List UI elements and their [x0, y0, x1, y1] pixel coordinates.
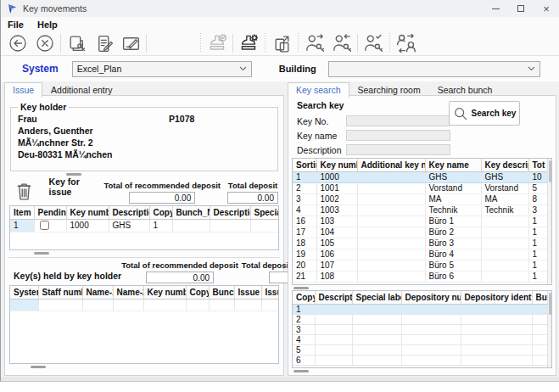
table-cell[interactable]: 10: [528, 171, 547, 182]
tab-key-search[interactable]: Key search: [288, 82, 349, 98]
table-cell[interactable]: [532, 314, 549, 324]
table-cell[interactable]: 20: [293, 260, 316, 271]
menu-file[interactable]: File: [8, 20, 24, 30]
table-cell[interactable]: 105: [316, 238, 357, 249]
table-cell[interactable]: 21: [293, 271, 316, 282]
table-cell[interactable]: [357, 193, 425, 204]
column-header[interactable]: Copy: [149, 206, 172, 219]
menu-help[interactable]: Help: [37, 20, 58, 30]
table-cell[interactable]: [10, 299, 38, 311]
column-header[interactable]: Bunch: [209, 286, 234, 299]
table-cell[interactable]: 5: [293, 344, 315, 355]
back-button[interactable]: [4, 32, 31, 55]
minimize-button[interactable]: [483, 0, 508, 17]
table-cell[interactable]: 1000: [316, 171, 357, 182]
column-header[interactable]: Description: [109, 206, 149, 219]
table-cell[interactable]: 19: [293, 249, 316, 260]
table-cell[interactable]: 106: [316, 249, 357, 260]
table-cell[interactable]: [352, 355, 401, 365]
column-header[interactable]: Name-1: [82, 286, 113, 299]
table-cell[interactable]: [532, 355, 549, 365]
table-cell[interactable]: 2: [293, 314, 315, 324]
column-header[interactable]: System: [10, 286, 38, 299]
table-cell[interactable]: 8: [528, 193, 547, 204]
table-cell[interactable]: [143, 299, 186, 311]
table-cell[interactable]: 4: [293, 334, 315, 344]
delete-key-button[interactable]: [14, 180, 36, 202]
table-row[interactable]: 17104Büro 21: [293, 227, 547, 238]
person-return-key-button[interactable]: [328, 32, 355, 55]
table-cell[interactable]: 1002: [316, 193, 357, 204]
table-row[interactable]: 16103Büro 11: [293, 216, 547, 227]
table-cell[interactable]: Büro 6: [425, 271, 481, 282]
table-cell[interactable]: GHS: [481, 171, 528, 182]
table-cell[interactable]: 108: [316, 271, 357, 282]
column-header[interactable]: Key description: [481, 159, 528, 171]
table-cell[interactable]: 18: [293, 238, 316, 249]
table-row[interactable]: 2: [293, 314, 549, 324]
column-header[interactable]: Name-2: [113, 286, 143, 299]
table-cell[interactable]: 4: [293, 204, 316, 216]
stamp-settings-button[interactable]: [235, 32, 262, 55]
tab-additional-entry[interactable]: Additional entry: [42, 82, 120, 98]
recommended-deposit-value[interactable]: 0.00: [129, 192, 195, 204]
table-cell[interactable]: [401, 304, 461, 314]
horizontal-scrollbar[interactable]: [293, 368, 556, 373]
column-header[interactable]: Tot: [528, 159, 547, 171]
stamp-approve-button[interactable]: [204, 32, 231, 55]
table-cell[interactable]: [401, 314, 461, 324]
table-cell[interactable]: 1: [528, 249, 547, 260]
table-row[interactable]: 18105Büro 31: [293, 238, 547, 249]
table-cell[interactable]: 16: [293, 216, 316, 227]
table-cell[interactable]: 3: [293, 324, 315, 334]
table-cell[interactable]: [250, 219, 279, 232]
table-cell[interactable]: [357, 204, 425, 216]
column-header[interactable]: Staff number: [38, 286, 82, 299]
table-cell[interactable]: Technik: [481, 204, 528, 216]
table-cell[interactable]: 1003: [316, 204, 357, 216]
table-cell[interactable]: [481, 271, 528, 282]
table-cell[interactable]: 1001: [316, 182, 357, 193]
table-cell[interactable]: [481, 227, 528, 238]
column-header[interactable]: Depository number: [401, 291, 461, 304]
column-header[interactable]: Depository identification: [461, 291, 532, 304]
table-cell[interactable]: 1: [528, 260, 547, 271]
maximize-button[interactable]: [508, 0, 534, 17]
horizontal-scrollbar[interactable]: [5, 364, 283, 369]
vertical-scrollbar[interactable]: [547, 159, 551, 284]
column-header[interactable]: Additional key number: [357, 159, 425, 171]
table-cell[interactable]: GHS: [109, 219, 149, 232]
table-cell[interactable]: [315, 334, 352, 344]
key-no-input[interactable]: [346, 115, 450, 126]
column-header[interactable]: Issue on: [234, 286, 261, 299]
table-cell[interactable]: [352, 324, 401, 334]
table-row[interactable]: 4: [293, 334, 549, 344]
table-cell[interactable]: [401, 324, 461, 334]
table-row[interactable]: 1: [293, 304, 549, 314]
person-issue-key-button[interactable]: [301, 32, 328, 55]
table-row[interactable]: 6: [293, 355, 549, 365]
column-header[interactable]: Copy: [186, 286, 209, 299]
column-header[interactable]: Special labelling: [352, 291, 401, 304]
table-cell[interactable]: Büro 4: [425, 249, 481, 260]
table-row[interactable]: 5: [293, 344, 549, 355]
table-cell[interactable]: [113, 299, 143, 311]
table-cell[interactable]: 104: [316, 227, 357, 238]
table-row[interactable]: 31002MAMA8: [293, 193, 547, 204]
column-header[interactable]: Description: [210, 206, 250, 219]
edit-document-button[interactable]: [90, 32, 117, 55]
table-row[interactable]: 3: [293, 324, 549, 334]
table-cell[interactable]: [352, 314, 401, 324]
table-cell[interactable]: [461, 355, 532, 365]
column-header[interactable]: Key number: [143, 286, 186, 299]
recommended-deposit-holder-value[interactable]: 0.00: [146, 272, 214, 283]
table-row[interactable]: 19106Büro 41: [293, 249, 547, 260]
table-cell[interactable]: [357, 260, 425, 271]
table-cell[interactable]: [315, 304, 352, 314]
column-header[interactable]: Item: [10, 206, 34, 219]
column-header[interactable]: Copy: [293, 291, 315, 304]
table-cell[interactable]: 1: [528, 238, 547, 249]
table-cell[interactable]: [401, 344, 461, 355]
table-cell[interactable]: [532, 324, 549, 334]
table-cell[interactable]: 1: [528, 271, 547, 282]
